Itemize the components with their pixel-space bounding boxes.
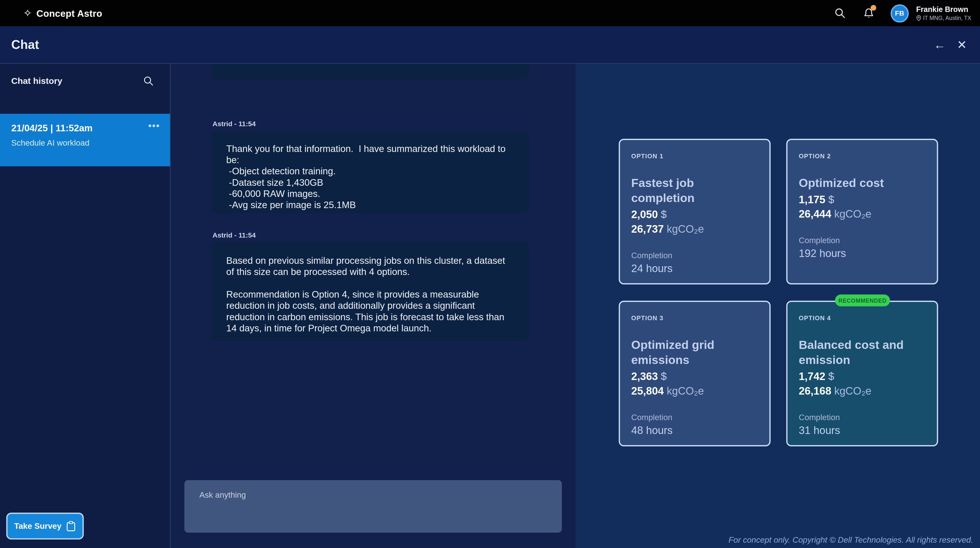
option-completion-value: 192 hours (799, 247, 926, 261)
user-block: Frankie Brown IT MNG, Austin, TX (916, 5, 971, 21)
option-completion-label: Completion (631, 413, 758, 422)
history-item-top: 21/04/25 | 11:52am ••• (11, 123, 160, 133)
history-search-icon[interactable] (141, 74, 155, 88)
option-kicker: OPTION 1 (631, 153, 758, 159)
option-cost-value: 1,175 (799, 194, 825, 206)
option-co2-value: 26,737 (631, 223, 664, 235)
option-cost: 1,742 $ (799, 370, 926, 384)
take-survey-label: Take Survey (14, 521, 62, 531)
option-co2: 25,804 kgCO₂e (631, 384, 758, 399)
option-co2-value: 26,444 (799, 208, 831, 220)
history-item-selected[interactable]: 21/04/25 | 11:52am ••• Schedule AI workl… (0, 114, 170, 166)
option-kicker: OPTION 3 (631, 314, 758, 321)
option-cost: 1,175 $ (799, 193, 926, 207)
chat-message-area: Locate file Astrid - 11:54 Thank you for… (171, 64, 576, 548)
option-cost: 2,050 $ (631, 208, 758, 222)
option-cost: 2,363 $ (631, 370, 758, 384)
chat-window: Chat ← ✕ Chat history 21/04/25 | 11:52am… (0, 26, 980, 548)
page-title: Chat (11, 37, 39, 52)
notifications-bell-icon[interactable] (862, 6, 875, 20)
option-completion-value: 24 hours (631, 262, 758, 276)
search-icon[interactable] (833, 6, 847, 20)
message-paragraph: Based on previous similar processing job… (226, 255, 514, 278)
message-bubble: Based on previous similar processing job… (211, 242, 529, 341)
topbar: ✧ Concept Astro FB Frankie Brown IT MNG,… (0, 0, 980, 26)
app: ✧ Concept Astro FB Frankie Brown IT MNG,… (0, 0, 980, 548)
option-title: Balanced cost and emission (799, 338, 926, 368)
option-completion-label: Completion (631, 251, 758, 261)
option-co2-value: 26,168 (799, 385, 831, 397)
option-cost-unit: $ (828, 194, 834, 206)
user-name: Frankie Brown (916, 5, 971, 14)
option-title: Optimized grid emissions (631, 338, 758, 368)
recommended-badge: RECOMMENDED (835, 295, 890, 306)
avatar[interactable]: FB (891, 4, 909, 22)
option-co2-value: 25,804 (631, 385, 664, 397)
avatar-initials: FB (895, 10, 904, 17)
location-pin-icon (916, 15, 921, 21)
option-card-3[interactable]: OPTION 3 Optimized grid emissions 2,363 … (619, 301, 771, 446)
history-item-subtitle: Schedule AI workload (11, 138, 160, 148)
option-co2: 26,444 kgCO₂e (799, 207, 926, 222)
option-completion-label: Completion (799, 236, 926, 245)
message-sender: Astrid - 11:54 (212, 231, 256, 239)
option-kicker: OPTION 2 (799, 153, 926, 159)
message-paragraph: Recommendation is Option 4, since it pro… (226, 289, 514, 334)
option-card-4-recommended[interactable]: OPTION 4 Balanced cost and emission 1,74… (786, 301, 938, 446)
option-cost-unit: $ (661, 209, 667, 221)
option-kicker: OPTION 4 (799, 314, 926, 321)
app-name: Concept Astro (37, 8, 102, 19)
user-location: IT MNG, Austin, TX (916, 15, 971, 21)
option-co2: 26,168 kgCO₂e (799, 384, 926, 399)
message-sender: Astrid - 11:54 (212, 120, 256, 127)
chat-history-sidebar: Chat history 21/04/25 | 11:52am ••• Sche… (0, 64, 170, 548)
option-title: Optimized cost (799, 176, 926, 191)
option-completion-value: 48 hours (631, 424, 758, 438)
option-co2-unit: kgCO₂e (834, 208, 871, 220)
copyright-footer: For concept only. Copyright © Dell Techn… (729, 535, 973, 545)
option-cost-value: 2,050 (631, 209, 658, 221)
option-co2-unit: kgCO₂e (667, 385, 704, 397)
history-item-menu-icon[interactable]: ••• (148, 123, 160, 129)
chat-header: Chat ← ✕ (0, 26, 980, 64)
chat-input[interactable] (185, 480, 562, 533)
history-item-date: 21/04/25 | 11:52am (11, 123, 92, 133)
brand: ✧ Concept Astro (23, 8, 102, 19)
option-cost-value: 1,742 (799, 371, 825, 383)
sidebar-title: Chat history (11, 76, 62, 86)
clipboard-icon (66, 521, 76, 532)
option-card-1[interactable]: OPTION 1 Fastest job completion 2,050 $ … (619, 139, 771, 284)
option-co2-unit: kgCO₂e (667, 223, 704, 235)
notification-dot (870, 5, 876, 11)
take-survey-button[interactable]: Take Survey (6, 513, 84, 540)
message-bubble-clipped: Locate file (211, 64, 529, 79)
option-completion-value: 31 hours (799, 424, 926, 438)
chat-header-actions: ← ✕ (934, 39, 967, 51)
app-logo-icon: ✧ (23, 8, 32, 19)
option-completion-label: Completion (799, 413, 926, 422)
option-cost-unit: $ (661, 371, 667, 383)
close-icon[interactable]: ✕ (957, 39, 967, 51)
option-co2: 26,737 kgCO₂e (631, 222, 758, 237)
option-card-2[interactable]: OPTION 2 Optimized cost 1,175 $ 26,444 k… (786, 139, 938, 284)
user-location-text: IT MNG, Austin, TX (923, 15, 971, 21)
option-cost-unit: $ (828, 371, 834, 383)
message-bubble: Thank you for that information. I have s… (211, 131, 529, 213)
option-co2-unit: kgCO₂e (834, 385, 871, 397)
options-panel: OPTION 1 Fastest job completion 2,050 $ … (576, 64, 980, 548)
option-title: Fastest job completion (631, 176, 758, 206)
sidebar-header: Chat history (0, 64, 170, 88)
option-cost-value: 2,363 (631, 371, 658, 383)
back-arrow-icon[interactable]: ← (934, 39, 946, 51)
topbar-right: FB Frankie Brown IT MNG, Austin, TX (833, 4, 971, 22)
